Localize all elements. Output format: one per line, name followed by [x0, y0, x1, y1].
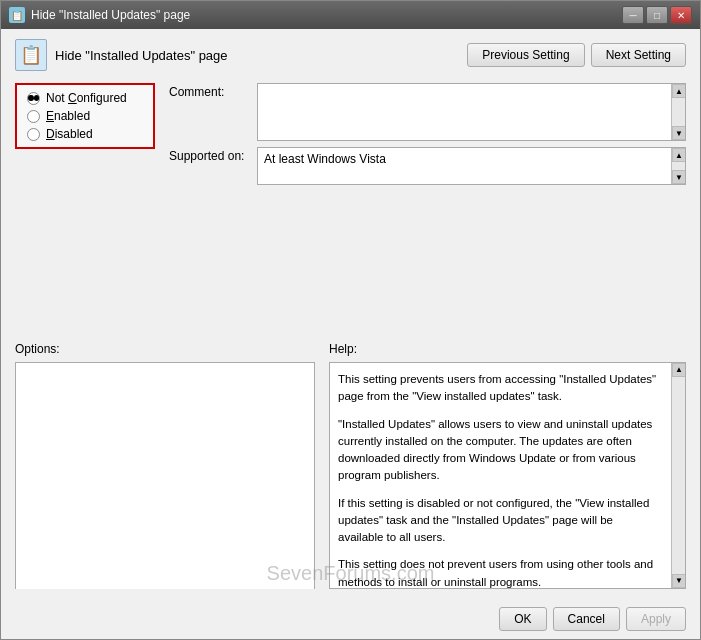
title-bar-controls: ─ □ ✕ — [622, 6, 692, 24]
radio-label-disabled: Disabled — [46, 127, 93, 141]
apply-button[interactable]: Apply — [626, 607, 686, 631]
help-scroll-track — [672, 377, 685, 574]
header-buttons: Previous Setting Next Setting — [467, 43, 686, 67]
radio-group: Not Configured Enabled Disabled — [15, 83, 155, 149]
supported-scroll-down[interactable]: ▼ — [672, 170, 686, 184]
maximize-button[interactable]: □ — [646, 6, 668, 24]
comment-label: Comment: — [169, 83, 249, 99]
options-panel: Options: — [15, 342, 315, 589]
next-setting-button[interactable]: Next Setting — [591, 43, 686, 67]
help-para-4: This setting does not prevent users from… — [338, 556, 661, 589]
content-area: 📋 Hide "Installed Updates" page Previous… — [1, 29, 700, 599]
title-bar-icon: 📋 — [9, 7, 25, 23]
left-panel: Not Configured Enabled Disabled — [15, 83, 155, 330]
previous-setting-button[interactable]: Previous Setting — [467, 43, 584, 67]
help-para-2: "Installed Updates" allows users to view… — [338, 416, 661, 485]
main-window: 📋 Hide "Installed Updates" page ─ □ ✕ 📋 … — [0, 0, 701, 640]
bottom-section: Options: Help: This setting prevents use… — [15, 342, 686, 589]
help-scrollbar[interactable]: ▲ ▼ — [671, 363, 685, 588]
main-body: Not Configured Enabled Disabled — [15, 83, 686, 330]
cancel-button[interactable]: Cancel — [553, 607, 620, 631]
header-row: 📋 Hide "Installed Updates" page Previous… — [15, 39, 686, 71]
header-icon: 📋 — [15, 39, 47, 71]
options-label: Options: — [15, 342, 315, 356]
supported-section: Supported on: At least Windows Vista ▲ ▼ — [169, 147, 686, 185]
footer: SevenForums.com OK Cancel Apply — [1, 599, 700, 639]
scroll-down-arrow[interactable]: ▼ — [672, 126, 686, 140]
scroll-up-arrow[interactable]: ▲ — [672, 84, 686, 98]
radio-label-not-configured: Not Configured — [46, 91, 127, 105]
header-left: 📋 Hide "Installed Updates" page — [15, 39, 228, 71]
comment-scrollbar[interactable]: ▲ ▼ — [671, 84, 685, 140]
help-label: Help: — [329, 342, 686, 356]
page-title: Hide "Installed Updates" page — [55, 48, 228, 63]
radio-input-not-configured[interactable] — [27, 92, 40, 105]
title-bar: 📋 Hide "Installed Updates" page ─ □ ✕ — [1, 1, 700, 29]
help-text-content: This setting prevents users from accessi… — [338, 371, 677, 589]
scroll-track — [672, 98, 685, 126]
supported-scroll-track — [672, 162, 685, 170]
supported-label: Supported on: — [169, 147, 249, 163]
help-scroll-down[interactable]: ▼ — [672, 574, 686, 588]
right-panels: Comment: ▲ ▼ Supported on: At least Wind… — [155, 83, 686, 330]
radio-disabled[interactable]: Disabled — [27, 127, 143, 141]
help-para-1: This setting prevents users from accessi… — [338, 371, 661, 406]
supported-scroll-up[interactable]: ▲ — [672, 148, 686, 162]
title-bar-text: Hide "Installed Updates" page — [31, 8, 622, 22]
options-box — [15, 362, 315, 589]
help-panel: Help: This setting prevents users from a… — [315, 342, 686, 589]
radio-input-enabled[interactable] — [27, 110, 40, 123]
supported-scrollbar[interactable]: ▲ ▼ — [671, 148, 685, 184]
radio-label-enabled: Enabled — [46, 109, 90, 123]
help-para-3: If this setting is disabled or not confi… — [338, 495, 661, 547]
radio-enabled[interactable]: Enabled — [27, 109, 143, 123]
comment-section: Comment: ▲ ▼ — [169, 83, 686, 141]
close-button[interactable]: ✕ — [670, 6, 692, 24]
supported-value: At least Windows Vista — [264, 152, 386, 166]
minimize-button[interactable]: ─ — [622, 6, 644, 24]
radio-input-disabled[interactable] — [27, 128, 40, 141]
supported-value-box: At least Windows Vista ▲ ▼ — [257, 147, 686, 185]
help-scroll-up[interactable]: ▲ — [672, 363, 686, 377]
help-box: This setting prevents users from accessi… — [329, 362, 686, 589]
ok-button[interactable]: OK — [499, 607, 546, 631]
comment-textarea[interactable]: ▲ ▼ — [257, 83, 686, 141]
radio-not-configured[interactable]: Not Configured — [27, 91, 143, 105]
